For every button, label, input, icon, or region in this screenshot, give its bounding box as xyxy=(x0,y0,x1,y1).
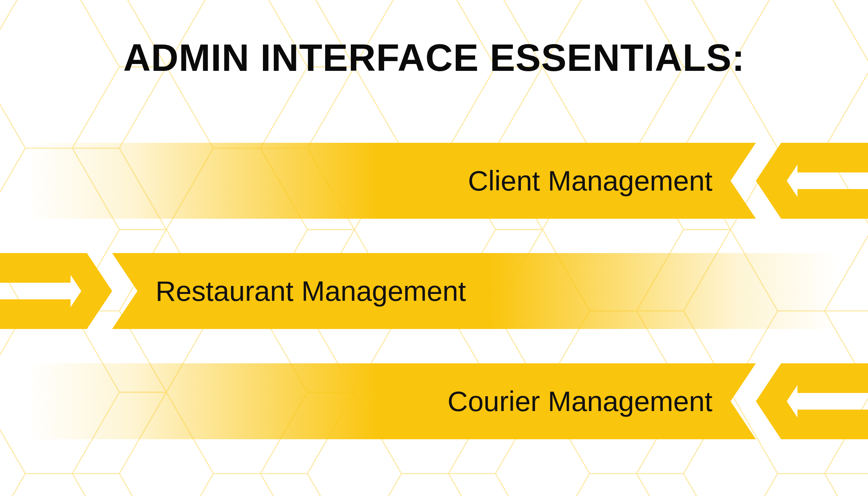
item-label: Courier Management xyxy=(447,385,712,418)
arrow-tail xyxy=(797,363,868,393)
arrow-tail xyxy=(797,410,868,439)
arrow-tail xyxy=(0,253,71,283)
arrow-tail xyxy=(797,143,868,172)
list-item-restaurant: Restaurant Management xyxy=(0,253,868,329)
essentials-list: Client Management Restaurant Management … xyxy=(0,143,868,439)
item-label: Restaurant Management xyxy=(156,275,466,308)
list-item-courier: Courier Management xyxy=(0,363,868,439)
arrow-tail xyxy=(0,299,71,329)
item-label: Client Management xyxy=(468,164,712,197)
arrow-tail xyxy=(797,189,868,219)
page-title: ADMIN INTERFACE ESSENTIALS: xyxy=(0,0,868,80)
list-item-client: Client Management xyxy=(0,143,868,219)
